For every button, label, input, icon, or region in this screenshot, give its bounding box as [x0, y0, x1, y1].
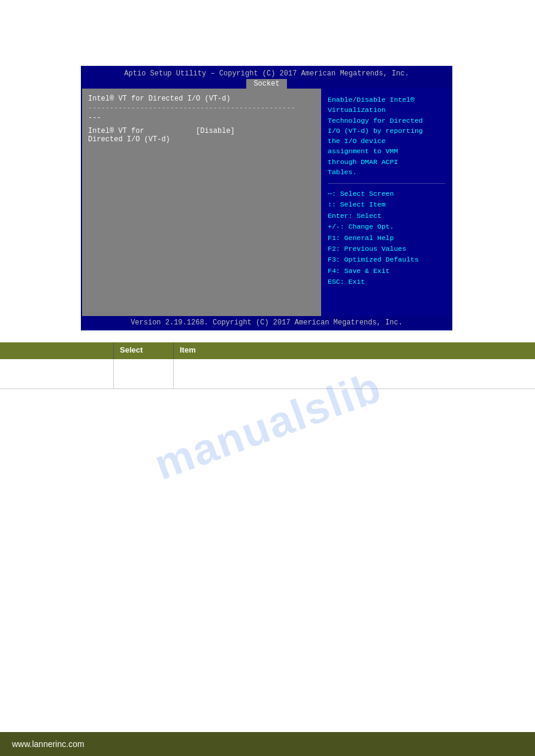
shortcut-f1: F1: General Help — [328, 233, 445, 244]
bios-setting-name2: Directed I/O (VT-d) — [88, 135, 315, 144]
bios-left-panel: Intel® VT for Directed I/O (VT-d) ------… — [82, 89, 322, 316]
shortcut-f4: F4: Save & Exit — [328, 266, 445, 277]
shortcut-item: ↕: Select Item — [328, 199, 445, 210]
shortcut-enter: Enter: Select — [328, 211, 445, 221]
bios-header: Aptio Setup Utility – Copyright (C) 2017… — [82, 67, 451, 89]
table-cell-3 — [174, 359, 535, 388]
vt-d-title: Intel® VT for Directed I/O (VT-d) — [88, 95, 315, 103]
shortcut-change: +/-: Change Opt. — [328, 221, 445, 232]
bios-blank: --- — [88, 114, 315, 122]
bios-separator: ----------------------------------------… — [88, 104, 315, 113]
bios-shortcuts: ↔: Select Screen ↕: Select Item Enter: S… — [328, 189, 445, 288]
bios-setting-value: [Disable] — [196, 127, 235, 135]
bios-main: Intel® VT for Directed I/O (VT-d) ------… — [82, 89, 451, 316]
table-header-col3: Item — [174, 342, 535, 359]
bios-title: Aptio Setup Utility – Copyright (C) 2017… — [82, 69, 451, 79]
bios-right-panel: Enable/Disable Intel® Virtualization Tec… — [322, 89, 451, 316]
table-header-col2: Select — [114, 342, 174, 359]
bios-setting-name: Intel® VT for — [88, 127, 196, 135]
bios-divider — [328, 183, 445, 184]
shortcut-screen: ↔: Select Screen — [328, 189, 445, 199]
bios-footer: Version 2.19.1268. Copyright (C) 2017 Am… — [82, 316, 451, 329]
shortcut-esc: ESC: Exit — [328, 277, 445, 287]
bios-setting-row: Intel® VT for [Disable] — [88, 127, 315, 135]
bios-screenshot: Aptio Setup Utility – Copyright (C) 2017… — [81, 66, 452, 330]
table-cell-2 — [114, 359, 174, 388]
bios-tab: Socket — [246, 79, 286, 89]
table-header-col1 — [0, 342, 114, 359]
table-section: Select Item — [0, 342, 535, 389]
top-area — [0, 0, 535, 66]
bios-description: Enable/Disable Intel® Virtualization Tec… — [328, 95, 445, 177]
page-footer: www.lannerinc.com — [0, 732, 535, 756]
table-row — [0, 359, 535, 389]
shortcut-f2: F2: Previous Values — [328, 244, 445, 254]
table-cell-1 — [0, 359, 114, 388]
footer-url: www.lannerinc.com — [12, 739, 84, 749]
table-header: Select Item — [0, 342, 535, 359]
desc-line-1: Enable/Disable Intel® Virtualization Tec… — [328, 96, 423, 176]
shortcut-f3: F3: Optimized Defaults — [328, 254, 445, 265]
